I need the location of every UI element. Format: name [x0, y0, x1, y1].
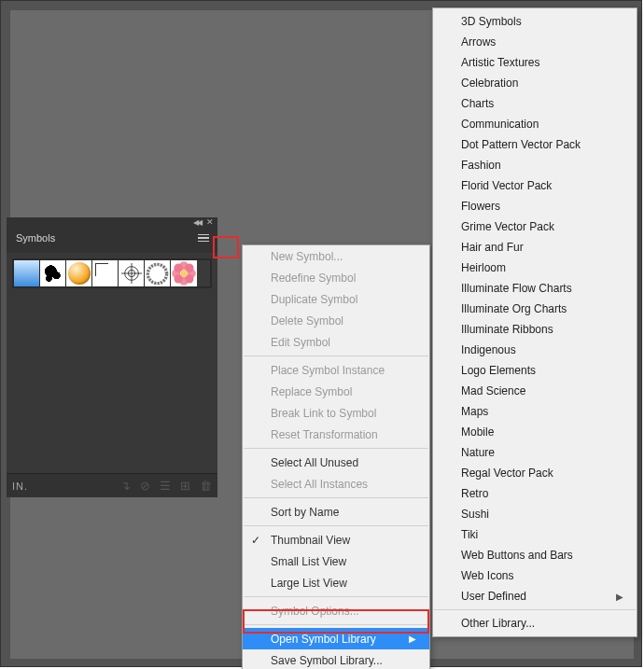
menu-item-sort-by-name[interactable]: Sort by Name — [243, 501, 429, 523]
menu-item-label: Artistic Textures — [461, 56, 539, 69]
delete-icon[interactable]: 🗑 — [200, 479, 212, 493]
menu-item-label: Illuminate Org Charts — [461, 302, 567, 315]
menu-item-label: Maps — [461, 405, 488, 418]
menu-item-label: Regal Vector Pack — [461, 467, 553, 480]
symbol-gear-ring[interactable] — [145, 260, 171, 286]
menu-item-label: Arrows — [461, 35, 496, 49]
menu-item-label: User Defined — [461, 590, 526, 603]
library-item-3d-symbols[interactable]: 3D Symbols — [433, 11, 637, 32]
tab-symbols[interactable]: Symbols — [7, 227, 64, 253]
library-item-illuminate-flow-charts[interactable]: Illuminate Flow Charts — [433, 278, 637, 299]
symbol-orange-orb[interactable] — [66, 260, 92, 286]
library-item-dot-pattern-vector-pack[interactable]: Dot Pattern Vector Pack — [433, 134, 637, 155]
menu-item-label: Mad Science — [461, 384, 525, 397]
library-item-web-icons[interactable]: Web Icons — [433, 565, 637, 586]
menu-item-label: Open Symbol Library — [271, 633, 376, 646]
symbol-pink-flower[interactable] — [171, 260, 197, 286]
library-item-fashion[interactable]: Fashion — [433, 155, 637, 175]
menu-item-label: Indigenous — [461, 343, 516, 356]
library-item-retro[interactable]: Retro — [433, 483, 637, 504]
library-item-illuminate-ribbons[interactable]: Illuminate Ribbons — [433, 319, 637, 340]
library-item-logo-elements[interactable]: Logo Elements — [433, 360, 637, 381]
svg-point-10 — [185, 264, 193, 272]
library-item-tiki[interactable]: Tiki — [433, 524, 637, 545]
symbol-blue-gradient[interactable] — [14, 260, 40, 286]
menu-item-label: Dot Pattern Vector Pack — [461, 138, 581, 151]
library-item-charts[interactable]: Charts — [433, 93, 637, 114]
symbol-corner-arrow[interactable] — [92, 260, 119, 286]
symbol-ink-blot[interactable] — [40, 260, 66, 286]
menu-item-small-list-view[interactable]: Small List View — [243, 551, 429, 572]
menu-item-label: Web Icons — [461, 569, 513, 582]
collapse-icon[interactable]: ◀◀ — [193, 218, 201, 227]
menu-item-label: Large List View — [271, 577, 347, 590]
menu-item-delete-symbol: Delete Symbol — [243, 310, 429, 331]
menu-separator — [244, 497, 428, 498]
library-item-heirloom[interactable]: Heirloom — [433, 258, 637, 278]
menu-item-label: Break Link to Symbol — [271, 407, 376, 420]
menu-item-label: New Symbol... — [271, 250, 343, 263]
library-item-maps[interactable]: Maps — [433, 401, 637, 422]
menu-item-label: Fashion — [461, 159, 501, 172]
menu-item-label: Reset Transformation — [271, 428, 378, 441]
library-item-artistic-textures[interactable]: Artistic Textures — [433, 52, 637, 73]
menu-item-select-all-unused[interactable]: Select All Unused — [243, 452, 429, 473]
menu-item-thumbnail-view[interactable]: Thumbnail View — [243, 529, 429, 551]
library-shortcut-icon[interactable]: IN. — [12, 481, 28, 492]
menu-separator — [434, 609, 636, 610]
break-link-icon[interactable]: ⊘ — [140, 479, 150, 493]
menu-item-large-list-view[interactable]: Large List View — [243, 572, 429, 593]
panel-tabs: Symbols — [7, 227, 217, 253]
library-item-indigenous[interactable]: Indigenous — [433, 340, 637, 360]
library-item-illuminate-org-charts[interactable]: Illuminate Org Charts — [433, 299, 637, 319]
panel-menu-button[interactable] — [193, 230, 214, 246]
svg-point-14 — [181, 271, 188, 277]
library-item-communication[interactable]: Communication — [433, 114, 637, 134]
library-item-regal-vector-pack[interactable]: Regal Vector Pack — [433, 463, 637, 483]
library-item-grime-vector-pack[interactable]: Grime Vector Pack — [433, 216, 637, 237]
menu-item-label: Edit Symbol — [271, 336, 330, 349]
menu-item-label: Duplicate Symbol — [271, 293, 357, 306]
menu-item-label: Heirloom — [461, 261, 506, 274]
menu-item-label: Flowers — [461, 200, 500, 213]
symbols-panel: ◀◀ ✕ Symbols — [7, 217, 217, 497]
menu-item-symbol-options: Symbol Options... — [243, 600, 429, 621]
close-icon[interactable]: ✕ — [206, 217, 214, 227]
menu-separator — [244, 355, 428, 356]
menu-item-new-symbol: New Symbol... — [243, 245, 429, 267]
library-item-nature[interactable]: Nature — [433, 442, 637, 463]
menu-item-save-symbol-library[interactable]: Save Symbol Library... — [243, 649, 429, 669]
menu-item-label: Illuminate Ribbons — [461, 323, 553, 336]
menu-item-label: Hair and Fur — [461, 241, 524, 254]
library-item-hair-and-fur[interactable]: Hair and Fur — [433, 237, 637, 258]
app-frame: ◀◀ ✕ Symbols — [0, 0, 642, 667]
new-symbol-icon[interactable]: ⊞ — [180, 479, 190, 493]
library-item-other-library[interactable]: Other Library... — [433, 613, 637, 634]
menu-separator — [244, 448, 428, 449]
svg-point-12 — [175, 274, 183, 283]
library-item-arrows[interactable]: Arrows — [433, 32, 637, 52]
symbol-registration-mark[interactable] — [119, 260, 145, 286]
library-item-celebration[interactable]: Celebration — [433, 73, 637, 93]
options-icon[interactable]: ☰ — [160, 479, 171, 493]
library-item-user-defined[interactable]: User Defined▶ — [433, 586, 637, 606]
footer-icons: ↴ ⊘ ☰ ⊞ 🗑 — [120, 479, 212, 493]
menu-item-redefine-symbol: Redefine Symbol — [243, 267, 429, 288]
library-item-flowers[interactable]: Flowers — [433, 196, 637, 216]
place-instance-icon[interactable]: ↴ — [120, 479, 131, 493]
library-item-mobile[interactable]: Mobile — [433, 422, 637, 442]
menu-item-place-symbol-instance: Place Symbol Instance — [243, 359, 429, 381]
symbol-library-submenu: 3D SymbolsArrowsArtistic TexturesCelebra… — [432, 7, 637, 637]
menu-item-label: Tiki — [461, 528, 478, 541]
panel-body — [7, 253, 217, 473]
menu-item-label: Retro — [461, 487, 488, 500]
submenu-arrow-icon: ▶ — [616, 592, 623, 602]
library-item-web-buttons-and-bars[interactable]: Web Buttons and Bars — [433, 545, 637, 565]
library-item-sushi[interactable]: Sushi — [433, 504, 637, 524]
menu-item-label: Symbol Options... — [271, 605, 359, 618]
menu-item-replace-symbol: Replace Symbol — [243, 381, 429, 402]
library-item-florid-vector-pack[interactable]: Florid Vector Pack — [433, 175, 637, 196]
library-item-mad-science[interactable]: Mad Science — [433, 381, 637, 401]
menu-item-open-symbol-library[interactable]: Open Symbol Library▶ — [243, 628, 429, 649]
menu-item-label: Grime Vector Pack — [461, 220, 554, 233]
